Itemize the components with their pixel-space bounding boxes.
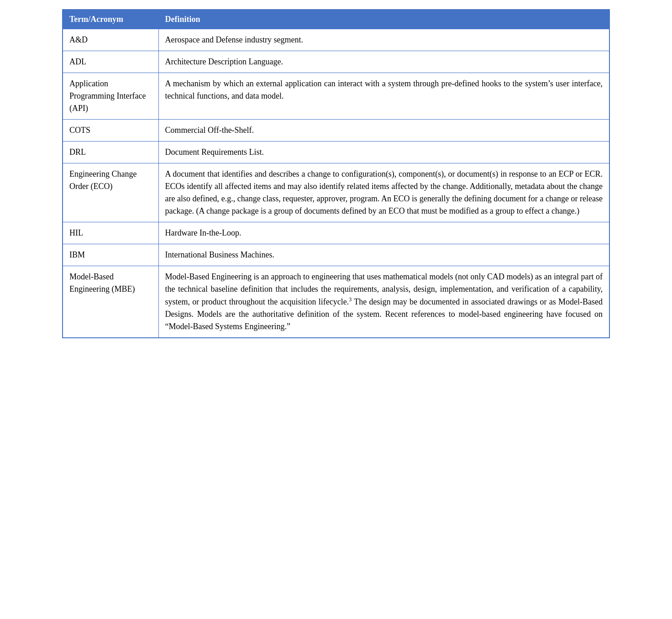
definition-cell: Aerospace and Defense industry segment.: [158, 29, 609, 51]
definition-cell: Document Requirements List.: [158, 142, 609, 163]
definition-cell: Commercial Off-the-Shelf.: [158, 120, 609, 142]
definition-cell: International Business Machines.: [158, 244, 609, 266]
table-row: ADLArchitecture Description Language.: [63, 51, 609, 73]
header-definition: Definition: [158, 10, 609, 29]
table-row: DRLDocument Requirements List.: [63, 142, 609, 163]
table-row: HILHardware In-the-Loop.: [63, 222, 609, 244]
definition-cell: Architecture Description Language.: [158, 51, 609, 73]
definition-cell: Model-Based Engineering is an approach t…: [158, 266, 609, 338]
definition-cell: A mechanism by which an external applica…: [158, 73, 609, 120]
header-term: Term/Acronym: [63, 10, 158, 29]
term-cell: COTS: [63, 120, 158, 142]
glossary-table: Term/Acronym Definition A&DAerospace and…: [62, 9, 610, 338]
table-row: Engineering Change Order (ECO)A document…: [63, 163, 609, 222]
table-row: Application Programming Interface (API)A…: [63, 73, 609, 120]
term-cell: DRL: [63, 142, 158, 163]
table-row: A&DAerospace and Defense industry segmen…: [63, 29, 609, 51]
table-row: Model-Based Engineering (MBE)Model-Based…: [63, 266, 609, 338]
term-cell: HIL: [63, 222, 158, 244]
term-cell: IBM: [63, 244, 158, 266]
term-cell: Model-Based Engineering (MBE): [63, 266, 158, 338]
definition-cell: Hardware In-the-Loop.: [158, 222, 609, 244]
table-row: COTSCommercial Off-the-Shelf.: [63, 120, 609, 142]
term-cell: Application Programming Interface (API): [63, 73, 158, 120]
term-cell: ADL: [63, 51, 158, 73]
term-cell: Engineering Change Order (ECO): [63, 163, 158, 222]
table-row: IBMInternational Business Machines.: [63, 244, 609, 266]
definition-cell: A document that identifies and describes…: [158, 163, 609, 222]
term-cell: A&D: [63, 29, 158, 51]
